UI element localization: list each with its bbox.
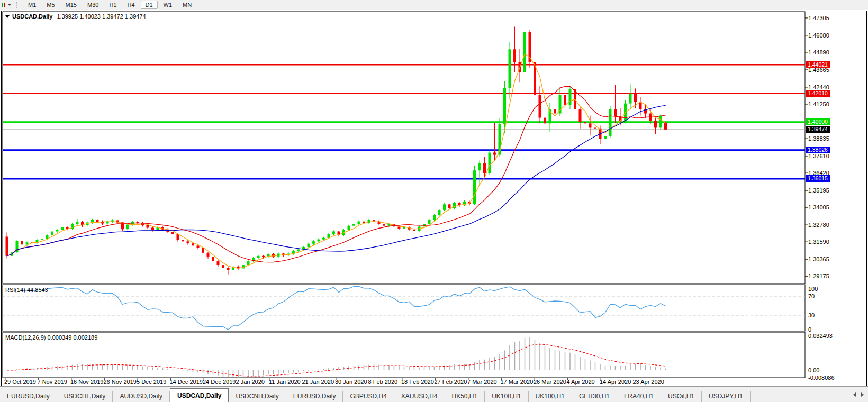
timeframe-button-h4[interactable]: H4 [122, 1, 139, 9]
tabs: EURUSD,DailyUSDCHF,DailyAUDUSD,DailyUSDC… [0, 388, 751, 402]
timeframe-button-mn[interactable]: MN [178, 1, 196, 9]
chart-tab[interactable]: EURUSD,Daily [286, 391, 343, 402]
chart-title: USDCAD,Daily 1.39925 1.40023 1.39472 1.3… [5, 13, 146, 20]
chart-tab[interactable]: USDJPY,H1 [702, 391, 750, 402]
chart-tab[interactable]: GBPUSD,H4 [343, 391, 394, 402]
chart-canvas[interactable] [2, 11, 866, 386]
tab-scroll-arrows [853, 387, 868, 402]
timeframe-button-m15[interactable]: M15 [61, 1, 82, 9]
scroll-left-icon[interactable] [853, 392, 856, 397]
chart-tab[interactable]: USDCNH,Daily [229, 391, 286, 402]
toolbar-grip[interactable] [16, 2, 19, 8]
timeframe-button-w1[interactable]: W1 [159, 1, 177, 9]
bull-candle-glyph [2, 3, 3, 7]
chart-tab[interactable]: FRA40,H1 [617, 391, 661, 402]
chart-tab[interactable]: EURUSD,Daily [0, 391, 57, 402]
terminal-window: M1M5M15M30H1H4D1W1MN USDCAD,Daily 1.3992… [0, 0, 868, 402]
chart-tab[interactable]: AUDUSD,Daily [113, 391, 170, 402]
timeframe-toolbar: M1M5M15M30H1H4D1W1MN [0, 0, 868, 10]
chart-window: USDCAD,Daily 1.39925 1.40023 1.39472 1.3… [1, 11, 867, 386]
chart-ohlc-values: 1.39925 1.40023 1.39472 1.39474 [57, 13, 146, 20]
chart-symbol-label: USDCAD,Daily [12, 13, 52, 20]
macd-label: MACD(12,26,9) 0.000349 0.002189 [5, 334, 97, 341]
chart-tab[interactable]: UK100,H1 [485, 391, 528, 402]
chart-tab[interactable]: HK50,H1 [445, 391, 485, 402]
chart-tab[interactable]: USOil,H1 [661, 391, 702, 402]
scroll-right-icon[interactable] [861, 392, 864, 397]
chart-tab[interactable]: UK100,H1 [529, 391, 572, 402]
collapse-triangle-icon[interactable] [5, 15, 10, 18]
timeframe-button-m1[interactable]: M1 [23, 1, 41, 9]
chart-style-icon[interactable] [2, 3, 11, 7]
timeframe-buttons: M1M5M15M30H1H4D1W1MN [23, 2, 197, 8]
symbol-tab-bar: EURUSD,DailyUSDCHF,DailyAUDUSD,DailyUSDC… [0, 386, 868, 402]
chart-tab[interactable]: USDCHF,Daily [57, 391, 113, 402]
timeframe-button-m30[interactable]: M30 [83, 1, 103, 9]
chart-tab[interactable]: XAUUSD,H4 [394, 391, 445, 402]
timeframe-button-h1[interactable]: H1 [104, 1, 121, 9]
timeframe-button-m5[interactable]: M5 [42, 1, 59, 9]
chart-tab[interactable]: GER30,H1 [572, 391, 617, 402]
timeframe-button-d1[interactable]: D1 [141, 1, 158, 9]
chart-tab[interactable]: USDCAD,Daily [170, 388, 229, 402]
chevron-down-icon [8, 4, 11, 6]
bear-candle-glyph [4, 3, 5, 7]
rsi-label: RSI(14) 44.8543 [5, 287, 48, 293]
